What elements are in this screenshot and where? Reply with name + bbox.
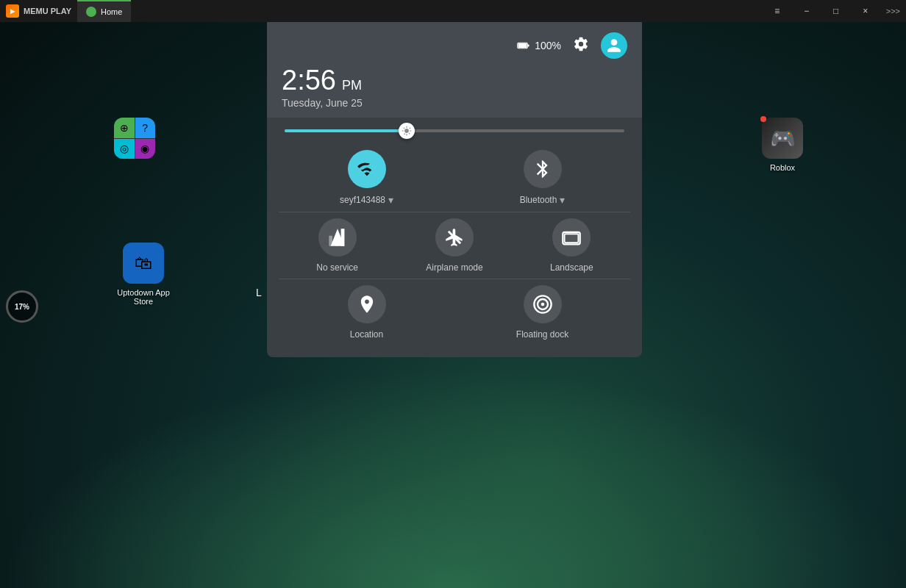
logo-icon: ▶ [6, 4, 19, 18]
wifi-icon [357, 159, 377, 179]
toggle-row-2: No service Airplane mode [279, 218, 630, 273]
qs-top-row: 100% [282, 32, 627, 59]
landscape-toggle[interactable]: Landscape [538, 218, 604, 273]
apps-cell-4: ◉ [135, 139, 156, 159]
roblox-notification-dot [760, 116, 766, 122]
svg-rect-2 [518, 43, 527, 48]
toggle-divider-1 [279, 212, 630, 212]
close-button[interactable]: × [851, 0, 880, 22]
user-avatar[interactable] [601, 32, 627, 59]
more-options[interactable]: >>> [880, 7, 906, 15]
floating-dock-label: Floating dock [516, 329, 568, 340]
qs-ampm: PM [342, 78, 362, 93]
desktop-icon-uptodown[interactable]: 🛍 Uptodown App Store [114, 243, 173, 306]
brightness-row [267, 118, 642, 144]
landscape-icon [561, 227, 582, 248]
floating-dock-icon-circle [524, 285, 562, 323]
battery-percent-label: 100% [535, 40, 561, 51]
uptodown-label: Uptodown App Store [114, 288, 173, 306]
qs-toggles: seyf143488 ▾ Bluetooth ▾ [267, 144, 642, 357]
no-service-label: No service [316, 262, 358, 273]
restore-button[interactable]: □ [821, 0, 851, 22]
bluetooth-icon-circle [524, 150, 562, 188]
settings-button[interactable] [573, 36, 589, 56]
apps-cell-1: ⊕ [114, 118, 135, 138]
brightness-thumb[interactable] [399, 123, 415, 139]
home-tab[interactable]: Home [77, 0, 131, 22]
svg-rect-1 [527, 45, 529, 47]
battery-info: 100% [517, 39, 561, 52]
location-toggle[interactable]: Location [334, 285, 400, 340]
wifi-toggle[interactable]: seyf143488 ▾ [334, 150, 400, 206]
desktop-l-label: L [256, 287, 262, 298]
bluetooth-label: Bluetooth [520, 195, 557, 205]
apps-cell-3: ◎ [114, 139, 135, 159]
airplane-icon [444, 227, 465, 248]
logo-text: MEMU PLAY [24, 7, 71, 15]
floating-dock-icon [532, 294, 553, 315]
desktop-icon-apps[interactable]: ⊕ ? ◎ ◉ [114, 118, 155, 159]
wifi-label-row: seyf143488 ▾ [340, 194, 393, 206]
location-icon [357, 294, 377, 315]
apps-icon-grid: ⊕ ? ◎ ◉ [114, 118, 155, 159]
qs-date: Tuesday, June 25 [282, 97, 627, 109]
bluetooth-toggle[interactable]: Bluetooth ▾ [510, 150, 576, 206]
svg-rect-5 [565, 234, 579, 243]
minimize-button[interactable]: − [792, 0, 821, 22]
apps-cell-2: ? [135, 118, 156, 138]
menu-button[interactable]: ≡ [763, 0, 792, 22]
uptodown-icon: 🛍 [123, 243, 164, 284]
airplane-mode-toggle[interactable]: Airplane mode [421, 218, 488, 273]
roblox-label: Roblox [770, 163, 795, 172]
tab-favicon [86, 7, 96, 17]
tab-label: Home [101, 7, 122, 16]
signal-triangle-icon [327, 227, 348, 248]
landscape-label: Landscape [550, 262, 593, 273]
quick-settings-panel: 100% 2:56 PM Tuesday, June 25 [267, 22, 642, 357]
location-icon-circle [348, 285, 386, 323]
wifi-icon-circle [348, 150, 386, 188]
battery-icon [517, 39, 530, 52]
wifi-dropdown-arrow[interactable]: ▾ [388, 194, 393, 206]
desktop-battery-indicator: 17% [6, 290, 38, 323]
floating-dock-toggle[interactable]: Floating dock [510, 285, 576, 340]
brightness-slider[interactable] [285, 129, 624, 132]
no-service-toggle[interactable]: No service [304, 218, 371, 273]
app-logo: ▶ MEMU PLAY [0, 4, 77, 18]
toggle-divider-2 [279, 279, 630, 279]
no-service-icon-circle [318, 218, 357, 257]
svg-point-8 [541, 303, 544, 306]
window-controls: ≡ − □ × >>> [763, 0, 906, 22]
bluetooth-icon [532, 159, 553, 179]
toggle-row-3: Location Floating dock [279, 285, 630, 340]
toggle-row-1: seyf143488 ▾ Bluetooth ▾ [279, 150, 630, 206]
airplane-mode-label: Airplane mode [426, 262, 482, 273]
brightness-fill [285, 129, 407, 132]
bluetooth-label-row: Bluetooth ▾ [520, 194, 566, 206]
roblox-icon: 🎮 [762, 118, 803, 159]
landscape-icon-circle [552, 218, 591, 257]
desktop-icon-roblox[interactable]: 🎮 Roblox [762, 118, 803, 172]
qs-header: 100% 2:56 PM Tuesday, June 25 [267, 22, 642, 118]
qs-time: 2:56 [282, 66, 336, 94]
airplane-icon-circle [435, 218, 474, 257]
location-label: Location [350, 329, 383, 340]
wifi-label: seyf143488 [340, 195, 385, 205]
title-bar: ▶ MEMU PLAY Home ≡ − □ × >>> [0, 0, 906, 22]
bluetooth-dropdown-arrow[interactable]: ▾ [560, 194, 565, 206]
